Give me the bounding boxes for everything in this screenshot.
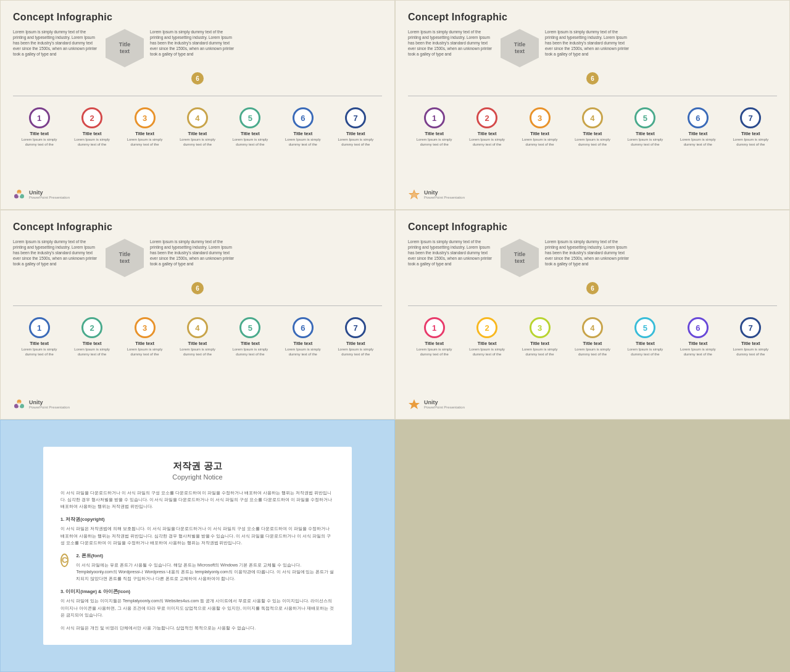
circle-1-desc: Lorem Ipsum is simply dummy text of the bbox=[19, 347, 60, 357]
circle-7-desc: Lorem Ipsum is simply dummy text of the bbox=[730, 347, 771, 357]
copyright-c-symbol: C bbox=[60, 554, 69, 567]
list-item: 7 Title text Lorem Ipsum is simply dummy… bbox=[335, 107, 376, 147]
circle-7-desc: Lorem Ipsum is simply dummy text of the bbox=[335, 347, 376, 357]
slide-2-body-left: Lorem Ipsum is simply dummy text of the … bbox=[408, 29, 494, 57]
circle-4-title: Title text bbox=[188, 131, 207, 136]
slide-4-body-right: Lorem Ipsum is simply dummy text of the … bbox=[545, 239, 631, 267]
slide-1-body-left: Lorem Ipsum is simply dummy text of the … bbox=[13, 29, 99, 57]
circle-2-title: Title text bbox=[83, 341, 102, 346]
circle-4-desc: Lorem Ipsum is simply dummy text of the bbox=[177, 138, 218, 147]
logo-name: Unity bbox=[424, 399, 465, 406]
circle-7-title: Title text bbox=[346, 341, 365, 346]
logo-name: Unity bbox=[29, 399, 70, 406]
circle-4: 4 bbox=[582, 317, 603, 338]
slide-2-hexagon: Title text bbox=[501, 29, 539, 67]
slide-4-circles-row: 1 Title text Lorem Ipsum is simply dummy… bbox=[408, 316, 777, 393]
circle-7-title: Title text bbox=[741, 131, 760, 136]
copyright-section-2-title: 2. 폰트(font) bbox=[76, 552, 335, 560]
circle-7: 7 bbox=[345, 107, 366, 128]
circle-4-title: Title text bbox=[188, 341, 207, 346]
copyright-title-kr: 저작권 공고 bbox=[60, 460, 335, 472]
svg-marker-10 bbox=[409, 399, 420, 409]
bottom-right-panel bbox=[395, 420, 790, 672]
circle-5-title: Title text bbox=[241, 131, 260, 136]
slide-3-step-bubble: 6 bbox=[191, 282, 204, 294]
list-item: 1 Title text Lorem Ipsum is simply dummy… bbox=[19, 317, 60, 357]
circle-3-title: Title text bbox=[135, 341, 154, 346]
circle-6: 6 bbox=[688, 107, 709, 128]
circle-1-desc: Lorem Ipsum is simply dummy text of the bbox=[414, 347, 455, 357]
slide-2-logo: Unity PowerPoint Presentation bbox=[408, 188, 777, 201]
copyright-section-2: C 2. 폰트(font) 이 서식 파일에는 유료 폰트가 사용될 수 있습니… bbox=[60, 552, 335, 583]
circle-3: 3 bbox=[135, 107, 156, 128]
circle-6: 6 bbox=[293, 317, 314, 338]
list-item: 3 Title text Lorem Ipsum is simply dummy… bbox=[519, 107, 561, 147]
circle-6-title: Title text bbox=[688, 131, 707, 136]
circle-4-title: Title text bbox=[583, 341, 602, 346]
slide-3-top: Lorem Ipsum is simply dummy text of the … bbox=[13, 239, 382, 277]
circle-1: 1 bbox=[424, 317, 445, 338]
list-item: 4 Title text Lorem Ipsum is simply dummy… bbox=[177, 107, 218, 147]
slide-1-title: Concept Infographic bbox=[13, 12, 382, 23]
circle-1-title: Title text bbox=[425, 131, 444, 136]
slide-2-step-bubble: 6 bbox=[586, 72, 599, 85]
copyright-panel: 저작권 공고 Copyright Notice 이 서식 파일을 다운로드하거나… bbox=[0, 420, 395, 672]
circle-5-desc: Lorem Ipsum is simply dummy text of the bbox=[624, 138, 666, 147]
slide-4-hexagon: Title text bbox=[501, 239, 539, 277]
circle-2: 2 bbox=[476, 107, 497, 128]
logo-sub: PowerPoint Presentation bbox=[424, 405, 465, 409]
slide-1-step-bubble: 6 bbox=[191, 72, 204, 85]
circle-3-title: Title text bbox=[530, 341, 549, 346]
list-item: 6 Title text Lorem Ipsum is simply dummy… bbox=[282, 317, 324, 357]
list-item: 1 Title text Lorem Ipsum is simply dummy… bbox=[414, 107, 455, 147]
list-item: 5 Title text Lorem Ipsum is simply dummy… bbox=[229, 317, 271, 357]
list-item: 6 Title text Lorem Ipsum is simply dummy… bbox=[677, 107, 719, 147]
slide-3-logo: Unity PowerPoint Presentation bbox=[13, 398, 382, 410]
list-item: 6 Title text Lorem Ipsum is simply dummy… bbox=[282, 107, 324, 147]
slide-1-top: Lorem Ipsum is simply dummy text of the … bbox=[13, 29, 382, 67]
circle-5: 5 bbox=[634, 107, 655, 128]
circle-3: 3 bbox=[530, 317, 551, 338]
circle-2: 2 bbox=[81, 107, 102, 128]
slide-3-body-right: Lorem Ipsum is simply dummy text of the … bbox=[150, 239, 236, 267]
circle-4-desc: Lorem Ipsum is simply dummy text of the bbox=[572, 138, 613, 147]
circle-6-title: Title text bbox=[688, 341, 707, 346]
logo-sub: PowerPoint Presentation bbox=[29, 196, 70, 199]
slide-4-body-left: Lorem Ipsum is simply dummy text of the … bbox=[408, 239, 494, 267]
list-item: 1 Title text Lorem Ipsum is simply dummy… bbox=[19, 107, 60, 147]
slide-3-hexagon: Title text bbox=[106, 239, 144, 277]
slide-4-connector bbox=[408, 296, 777, 315]
circle-5: 5 bbox=[634, 317, 655, 338]
slide-2-body-right: Lorem Ipsum is simply dummy text of the … bbox=[545, 29, 631, 57]
circle-6: 6 bbox=[688, 317, 709, 338]
slide-1-body-right: Lorem Ipsum is simply dummy text of the … bbox=[150, 29, 236, 57]
copyright-title-en: Copyright Notice bbox=[60, 473, 335, 481]
slide-1-connector bbox=[13, 86, 382, 105]
slide-2-connector bbox=[408, 86, 777, 105]
circle-7-desc: Lorem Ipsum is simply dummy text of the bbox=[730, 138, 771, 147]
star-icon bbox=[408, 398, 420, 410]
circle-4: 4 bbox=[187, 107, 208, 128]
list-item: 5 Title text Lorem Ipsum is simply dummy… bbox=[624, 107, 666, 147]
slide-2-circles-row: 1 Title text Lorem Ipsum is simply dummy… bbox=[408, 106, 777, 183]
slide-4-logo: Unity PowerPoint Presentation bbox=[408, 398, 777, 410]
circle-3-desc: Lorem Ipsum is simply dummy text of the bbox=[519, 138, 561, 147]
circle-4: 4 bbox=[582, 107, 603, 128]
copyright-section-3-title: 3. 이미지(image) & 아이콘(icon) bbox=[60, 588, 335, 595]
list-item: 2 Title text Lorem Ipsum is simply dummy… bbox=[466, 317, 508, 357]
circle-7-title: Title text bbox=[346, 131, 365, 136]
circle-5-title: Title text bbox=[636, 341, 655, 346]
logo-sub: PowerPoint Presentation bbox=[29, 405, 70, 409]
circle-7: 7 bbox=[740, 107, 761, 128]
slide-3: Concept Infographic Lorem Ipsum is simpl… bbox=[0, 210, 395, 420]
slide-1-hexagon: Title text bbox=[106, 29, 144, 67]
circle-3-desc: Lorem Ipsum is simply dummy text of the bbox=[124, 138, 166, 147]
circle-7: 7 bbox=[345, 317, 366, 338]
circle-5-title: Title text bbox=[241, 341, 260, 346]
circle-5: 5 bbox=[239, 317, 260, 338]
slide-3-connector bbox=[13, 296, 382, 315]
circle-1-desc: Lorem Ipsum is simply dummy text of the bbox=[414, 138, 455, 147]
slide-2-top: Lorem Ipsum is simply dummy text of the … bbox=[408, 29, 777, 67]
list-item: 3 Title text Lorem Ipsum is simply dummy… bbox=[519, 317, 561, 357]
list-item: 4 Title text Lorem Ipsum is simply dummy… bbox=[177, 317, 218, 357]
